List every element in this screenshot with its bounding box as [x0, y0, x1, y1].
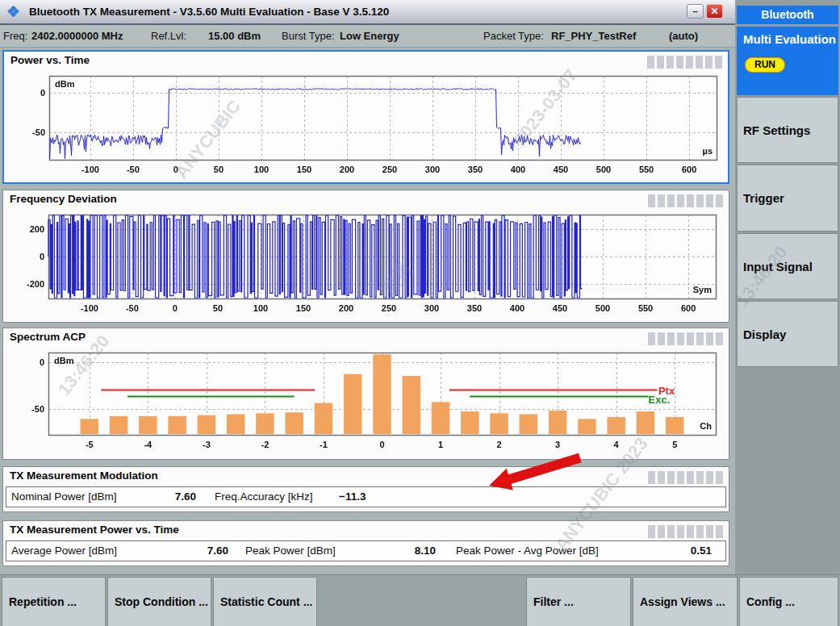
sidebar-item-rf-settings[interactable]: RF Settings — [737, 97, 838, 163]
statistic-progress-indicator — [648, 332, 723, 345]
softkey-label: Config ... — [746, 595, 795, 609]
panel-title: Spectrum ACP — [10, 331, 86, 343]
app-icon: ❖ — [6, 2, 20, 21]
panel-tx-measurement-power[interactable]: TX Measurement Power vs. Time Average Po… — [2, 520, 729, 566]
nominal-power-label: Nominal Power [dBm] — [11, 490, 117, 503]
softkey-empty-1 — [319, 577, 423, 626]
panel-frequency-deviation[interactable]: Frequency Deviation — [2, 190, 729, 323]
close-button[interactable]: ✕ — [706, 4, 723, 19]
packet-type-label: Packet Type: — [483, 30, 544, 42]
softkey-repetition[interactable]: Repetition ... — [2, 577, 106, 626]
softkey-label: Statistic Count ... — [220, 595, 312, 609]
panel-title: TX Measurement Power vs. Time — [10, 524, 179, 536]
sidebar-item-label: RF Settings — [743, 123, 810, 137]
ref-level-label: Ref.Lvl: — [151, 30, 186, 42]
run-status-badge: RUN — [745, 57, 785, 73]
panel-title: Frequency Deviation — [10, 193, 117, 205]
statistic-progress-indicator — [647, 56, 722, 69]
modulation-results-row: Nominal Power [dBm] 7.60 Freq.Accuracy [… — [6, 486, 726, 507]
sidebar-item-trigger[interactable]: Trigger — [737, 165, 838, 232]
softkey-bar: Repetition ... Stop Condition ... Statis… — [0, 574, 840, 626]
freq-label: Freq: — [3, 30, 27, 42]
minimize-icon: – — [692, 6, 698, 17]
softkey-empty-2 — [424, 577, 524, 626]
statistic-progress-indicator — [648, 194, 723, 207]
statistic-progress-indicator — [648, 525, 723, 538]
peak-power-label: Peak Power [dBm] — [245, 545, 336, 557]
packet-type-auto: (auto) — [669, 30, 698, 42]
panel-title: TX Measurement Modulation — [10, 470, 158, 482]
statistic-progress-indicator — [648, 471, 723, 484]
softkey-label: Filter ... — [533, 595, 574, 609]
softkey-assign-views[interactable]: Assign Views ... — [633, 577, 738, 626]
sidebar-item-label: Input Signal — [743, 260, 813, 273]
panel-tx-measurement-modulation[interactable]: TX Measurement Modulation Nominal Power … — [2, 466, 729, 512]
peak-minus-avg-label: Peak Power - Avg Power [dB] — [456, 545, 599, 557]
freq-accuracy-value: −11.3 — [339, 490, 366, 503]
frequency-deviation-chart — [5, 210, 725, 319]
measurement-status-bar: Freq: 2402.0000000 MHz Ref.Lvl: 15.00 dB… — [0, 25, 735, 48]
burst-type-label: Burst Type: — [282, 30, 335, 42]
window-title: Bluetooth TX Measurement - V3.5.60 Multi… — [29, 6, 389, 18]
sidebar-item-label: Multi Evaluation — [743, 32, 836, 46]
softkey-label: Repetition ... — [9, 595, 77, 609]
softkey-statistic-count[interactable]: Statistic Count ... — [213, 577, 317, 626]
sidebar-item-multi-evaluation[interactable]: Multi Evaluation RUN — [737, 27, 838, 95]
softkey-stop-condition[interactable]: Stop Condition ... — [107, 577, 211, 626]
minimize-button[interactable]: – — [687, 4, 704, 19]
softkey-label: Stop Condition ... — [115, 595, 208, 609]
power-results-row: Average Power [dBm] 7.60 Peak Power [dBm… — [6, 540, 726, 561]
burst-type-value: Low Energy — [340, 30, 399, 42]
softkey-label: Assign Views ... — [640, 595, 725, 609]
average-power-label: Average Power [dBm] — [11, 545, 117, 557]
sidebar-item-label: Display — [743, 328, 786, 341]
freq-value: 2402.0000000 MHz — [31, 30, 123, 42]
bluetooth-tx-measurement-app: ❖ Bluetooth TX Measurement - V3.5.60 Mul… — [0, 0, 840, 626]
packet-type-value: RF_PHY_TestRef — [551, 30, 636, 42]
freq-accuracy-label: Freq.Accuracy [kHz] — [215, 490, 313, 503]
power-vs-time-chart — [6, 71, 726, 181]
panel-spectrum-acp[interactable]: Spectrum ACP — [2, 328, 729, 460]
panel-power-vs-time[interactable]: Power vs. Time — [2, 50, 729, 184]
window-title-bar[interactable]: ❖ Bluetooth TX Measurement - V3.5.60 Mul… — [0, 0, 735, 25]
nominal-power-value: 7.60 — [156, 490, 196, 503]
average-power-value: 7.60 — [172, 545, 228, 557]
softkey-config[interactable]: Config ... — [739, 577, 838, 626]
softkey-filter[interactable]: Filter ... — [526, 577, 631, 626]
sidebar-item-label: Trigger — [743, 191, 784, 205]
close-icon: ✕ — [710, 6, 718, 17]
panel-title: Power vs. Time — [10, 54, 90, 66]
spectrum-acp-chart — [5, 348, 725, 456]
ref-level-value: 15.00 dBm — [208, 30, 261, 42]
sidebar: Bluetooth Multi Evaluation RUN RF Settin… — [735, 0, 840, 626]
peak-minus-avg-value: 0.51 — [662, 545, 712, 557]
sidebar-item-input-signal[interactable]: Input Signal — [737, 233, 838, 299]
sidebar-header-bluetooth: Bluetooth — [737, 6, 838, 24]
peak-power-value: 8.10 — [379, 545, 436, 557]
sidebar-item-display[interactable]: Display — [737, 301, 838, 367]
